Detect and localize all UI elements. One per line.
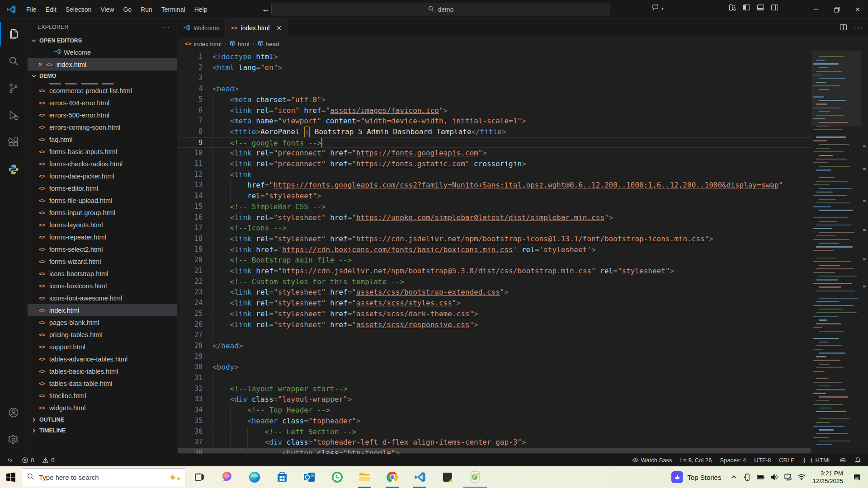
- menu-edit[interactable]: Edit: [41, 3, 61, 16]
- file-item[interactable]: <>errors-coming-soon.html: [28, 121, 177, 133]
- file-item[interactable]: <>faq.html: [28, 133, 177, 145]
- toggle-primary-sidebar-icon[interactable]: [743, 4, 750, 13]
- customize-layout-icon[interactable]: [729, 4, 736, 13]
- menu-run[interactable]: Run: [136, 3, 157, 16]
- outline-section-header[interactable]: OUTLINE: [28, 414, 177, 425]
- status-copilot-sb[interactable]: [835, 454, 850, 466]
- file-item[interactable]: <>forms-select2.html: [28, 243, 177, 255]
- activity-account[interactable]: [0, 401, 27, 424]
- taskbar-app-edge[interactable]: [241, 466, 268, 488]
- file-item[interactable]: <>index.html: [28, 304, 177, 316]
- activity-source-control[interactable]: [0, 76, 27, 100]
- taskbar-app-outlook[interactable]: [296, 466, 323, 488]
- status-0[interactable]: 0: [18, 454, 38, 466]
- tray-chevron-up-icon[interactable]: [729, 472, 739, 482]
- file-item[interactable]: <>icons-boxicons.html: [28, 280, 177, 292]
- menu-view[interactable]: View: [96, 3, 118, 16]
- activity-python[interactable]: [0, 158, 27, 181]
- file-item[interactable]: <>pages-blank.html: [28, 316, 177, 328]
- status-crlf[interactable]: CRLF: [775, 454, 798, 466]
- open-editor-item[interactable]: ✕<>index.html: [28, 58, 177, 70]
- open-editor-item[interactable]: ✕Welcome: [28, 46, 177, 58]
- taskbar-app-chrome[interactable]: [378, 466, 406, 488]
- activity-search[interactable]: [0, 49, 27, 73]
- file-item[interactable]: <>forms-date-picker.html: [28, 170, 177, 182]
- explorer-more-actions-icon[interactable]: ···: [162, 24, 170, 30]
- menu-terminal[interactable]: Terminal: [157, 3, 190, 16]
- file-item[interactable]: <>forms-basic-inputs.html: [28, 145, 177, 158]
- taskbar-app-file-explorer[interactable]: [351, 466, 378, 488]
- activity-explorer[interactable]: [0, 22, 27, 46]
- menu-go[interactable]: Go: [118, 3, 136, 16]
- breadcrumb[interactable]: <>index.html›html›head: [178, 38, 868, 50]
- tray-volume-icon[interactable]: [769, 472, 779, 482]
- close-button[interactable]: ✕: [847, 0, 868, 19]
- status-spaces-4[interactable]: Spaces: 4: [716, 454, 750, 466]
- code-viewport[interactable]: 1<!doctype html>2<html lang="en">34<head…: [178, 51, 868, 454]
- file-item[interactable]: <>forms-wizard.html: [28, 255, 177, 267]
- file-item[interactable]: <>ecommerce-product-list.html: [28, 84, 177, 97]
- taskbar-app-notepad-plus-plus[interactable]: [461, 466, 489, 488]
- tray-phone-icon[interactable]: [742, 472, 752, 482]
- file-item[interactable]: <>forms-repeater.html: [28, 231, 177, 243]
- taskbar-clock[interactable]: 3:21 PM 12/25/2025: [810, 469, 846, 485]
- status-bell[interactable]: [850, 454, 865, 466]
- file-item[interactable]: <>errors-500-error.html: [28, 109, 177, 121]
- menu-file[interactable]: File: [22, 3, 41, 16]
- tab-index-html[interactable]: <>index.html✕: [226, 19, 288, 37]
- tray-wifi-icon[interactable]: [797, 472, 807, 482]
- activity-settings[interactable]: [0, 428, 27, 451]
- minimap[interactable]: [811, 51, 861, 454]
- file-item[interactable]: <>forms-editor.html: [28, 182, 177, 194]
- start-button[interactable]: [0, 466, 22, 488]
- file-item[interactable]: <>tables-advance-tables.html: [28, 353, 177, 365]
- file-item[interactable]: <>tables-data-table.html: [28, 377, 177, 389]
- folder-section-header[interactable]: DEMO: [28, 70, 177, 81]
- taskbar-app-store[interactable]: [268, 466, 296, 488]
- status-ln-9-col-26[interactable]: Ln 9, Col 26: [676, 454, 716, 466]
- file-item[interactable]: <>widgets.html: [28, 402, 177, 414]
- timeline-section-header[interactable]: TIMELINE: [28, 425, 177, 436]
- status-html[interactable]: { }HTML: [798, 454, 835, 466]
- breadcrumb-item[interactable]: html: [230, 40, 250, 47]
- taskbar-app-vscode[interactable]: [406, 466, 434, 488]
- back-arrow-icon[interactable]: ←: [261, 5, 270, 14]
- tray-network-icon[interactable]: [783, 472, 793, 482]
- toggle-panel-icon[interactable]: [757, 4, 764, 13]
- file-item[interactable]: <>tables-basic-tables.html: [28, 365, 177, 377]
- toggle-secondary-sidebar-icon[interactable]: [771, 4, 778, 13]
- tab-welcome[interactable]: Welcome: [178, 19, 226, 37]
- menu-selection[interactable]: Selection: [61, 3, 96, 16]
- notifications-button[interactable]: [849, 466, 865, 488]
- menu-help[interactable]: Help: [190, 3, 212, 16]
- file-item[interactable]: <>timeline.html: [28, 389, 177, 402]
- file-item[interactable]: <>support.html: [28, 341, 177, 353]
- file-item[interactable]: <>errors-404-error.html: [28, 97, 177, 109]
- close-tab-icon[interactable]: ✕: [276, 24, 282, 32]
- status-0[interactable]: 0: [38, 454, 58, 466]
- minimize-button[interactable]: ─: [806, 0, 826, 19]
- taskbar-app-copilot[interactable]: [213, 466, 241, 488]
- file-item[interactable]: <>pricing-tables.html: [28, 328, 177, 341]
- taskbar-app-task-view[interactable]: [185, 466, 213, 488]
- status-remote[interactable]: [3, 454, 18, 466]
- close-editor-icon[interactable]: ✕: [37, 61, 44, 68]
- copilot-chat-button[interactable]: ▾: [652, 4, 664, 13]
- file-item[interactable]: <>icons-bootstrap.html: [28, 267, 177, 280]
- status-watch-sass[interactable]: Watch Sass: [628, 454, 676, 466]
- breadcrumb-item[interactable]: <>index.html: [185, 41, 222, 47]
- file-item[interactable]: <>icons-font-awesome.html: [28, 292, 177, 304]
- split-editor-icon[interactable]: [840, 23, 847, 33]
- restore-button[interactable]: [826, 0, 847, 19]
- activity-run-debug[interactable]: [0, 103, 27, 127]
- file-item[interactable]: <>forms-layouts.html: [28, 219, 177, 231]
- breadcrumb-item[interactable]: head: [258, 40, 279, 47]
- taskbar-app-whatsapp[interactable]: [323, 466, 351, 488]
- file-item[interactable]: <>forms-input-group.html: [28, 206, 177, 219]
- command-center-search[interactable]: demo: [271, 3, 610, 16]
- activity-extensions[interactable]: [0, 131, 27, 154]
- open-editors-section-header[interactable]: OPEN EDITORS: [28, 35, 177, 46]
- taskbar-app-sticky-notes[interactable]: [434, 466, 461, 488]
- file-item[interactable]: <>forms-file-upload.html: [28, 194, 177, 206]
- editor-more-actions-icon[interactable]: ···: [854, 24, 863, 32]
